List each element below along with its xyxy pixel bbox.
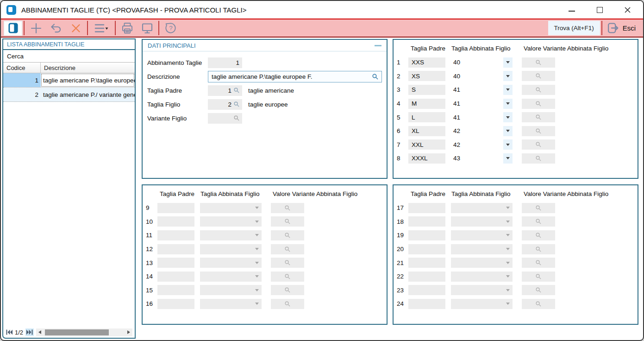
new-record-button[interactable] [26,20,46,36]
cell-codice[interactable]: 1 [3,73,41,87]
taglia-padre-cell[interactable] [408,285,445,295]
search-icon[interactable] [536,87,541,93]
search-icon[interactable] [234,115,239,121]
record-view-button[interactable] [4,21,22,36]
cell-descrizione[interactable]: taglie americane P./ variante generi [41,88,135,101]
search-icon[interactable] [372,74,378,80]
search-icon[interactable] [536,101,541,107]
taglia-padre-cell[interactable] [157,203,194,213]
search-icon[interactable] [536,260,541,265]
cell-codice[interactable]: 2 [3,88,41,101]
dropdown-arrow-icon[interactable] [503,112,513,122]
help-button[interactable]: ? [161,20,181,36]
search-icon[interactable] [536,274,541,279]
search-input[interactable]: Cerca [3,50,135,63]
search-icon[interactable] [536,205,541,211]
taglia-padre-cell[interactable] [157,258,194,268]
list-row[interactable]: 1taglie americane P.\taglie europee F [3,73,135,88]
search-icon[interactable] [536,73,541,79]
cell-descrizione[interactable]: taglie americane P.\taglie europee F [41,73,135,87]
valore-variante-cell[interactable] [271,299,304,309]
scroll-right-icon[interactable] [127,330,130,334]
search-icon[interactable] [234,88,239,93]
valore-variante-cell[interactable] [271,203,304,213]
delete-button[interactable] [66,20,86,36]
taglia-abbinata-combobox[interactable] [451,203,513,213]
taglia-padre-cell[interactable] [408,244,445,254]
taglia-padre-cell[interactable] [408,258,445,268]
search-icon[interactable] [536,114,541,120]
taglia-abbinata-combobox[interactable] [451,258,513,268]
search-icon[interactable] [285,233,290,238]
taglia-padre-cell[interactable] [157,272,194,282]
taglia-abbinata-combobox[interactable] [451,285,513,295]
minimize-button[interactable] [568,6,575,13]
scrollbar-thumb[interactable] [45,329,109,335]
dropdown-arrow-icon[interactable] [503,57,513,68]
taglia-figlio-field[interactable]: 2 [208,99,242,110]
taglia-abbinata-combobox[interactable] [200,258,262,268]
taglia-abbinata-combobox[interactable]: 41 [451,99,513,109]
search-icon[interactable] [536,219,541,224]
valore-variante-cell[interactable] [522,99,555,109]
taglia-abbinata-combobox[interactable] [451,244,513,254]
undo-button[interactable] [46,20,66,36]
preview-button[interactable] [137,20,157,36]
descrizione-input[interactable]: taglie americane P.\taglie europee F. [208,71,382,82]
search-icon[interactable] [536,128,541,134]
valore-variante-cell[interactable] [522,216,555,227]
trova-button[interactable]: Trova (Alt+F1) [548,21,600,35]
taglia-abbinata-combobox[interactable] [451,216,513,227]
valore-variante-cell[interactable] [522,203,555,213]
valore-variante-cell[interactable] [271,216,304,227]
dropdown-arrow-icon[interactable] [503,139,513,150]
taglia-padre-cell[interactable] [408,272,445,282]
search-icon[interactable] [536,246,541,252]
valore-variante-cell[interactable] [271,272,304,282]
valore-variante-cell[interactable] [522,285,555,295]
maximize-button[interactable] [596,6,603,13]
taglia-abbinata-combobox[interactable] [200,216,262,227]
search-icon[interactable] [285,246,290,252]
column-header-codice[interactable]: Codice [3,63,41,73]
taglia-abbinata-combobox[interactable]: 42 [451,126,513,136]
taglia-padre-cell[interactable]: S [408,85,445,95]
valore-variante-cell[interactable] [522,126,555,136]
taglia-padre-cell[interactable]: XXL [408,139,445,150]
valore-variante-cell[interactable] [522,71,555,81]
dropdown-arrow-icon[interactable] [503,126,513,136]
search-icon[interactable] [285,205,290,211]
taglia-padre-cell[interactable] [157,299,194,309]
dropdown-arrow-icon[interactable] [503,71,513,81]
taglia-padre-cell[interactable]: XXS [408,57,445,68]
valore-variante-cell[interactable] [522,244,555,254]
taglia-padre-cell[interactable]: XXXL [408,153,445,164]
taglia-abbinata-combobox[interactable]: 40 [451,71,513,81]
search-icon[interactable] [285,287,290,293]
taglia-abbinata-combobox[interactable]: 42 [451,139,513,150]
taglia-padre-field[interactable]: 1 [208,85,242,96]
valore-variante-cell[interactable] [522,258,555,268]
search-icon[interactable] [536,301,541,307]
abbinamento-taglie-field[interactable]: 1 [208,57,242,68]
taglia-padre-cell[interactable]: XL [408,126,445,136]
taglia-padre-cell[interactable]: M [408,99,445,109]
dropdown-arrow-icon[interactable] [503,153,513,164]
valore-variante-cell[interactable] [522,230,555,240]
print-button[interactable] [117,20,137,36]
taglia-abbinata-combobox[interactable] [200,230,262,240]
taglia-abbinata-combobox[interactable] [200,203,262,213]
taglia-abbinata-combobox[interactable] [451,299,513,309]
close-button[interactable] [624,6,631,13]
search-icon[interactable] [536,233,541,238]
search-icon[interactable] [536,156,541,161]
search-icon[interactable] [285,301,290,307]
valore-variante-cell[interactable] [522,139,555,150]
valore-variante-cell[interactable] [271,244,304,254]
search-icon[interactable] [536,287,541,293]
taglia-abbinata-combobox[interactable] [200,285,262,295]
list-row[interactable]: 2taglie americane P./ variante generi [3,88,135,102]
taglia-abbinata-combobox[interactable] [451,272,513,282]
column-header-descrizione[interactable]: Descrizione [41,63,79,73]
taglia-abbinata-combobox[interactable] [200,272,262,282]
